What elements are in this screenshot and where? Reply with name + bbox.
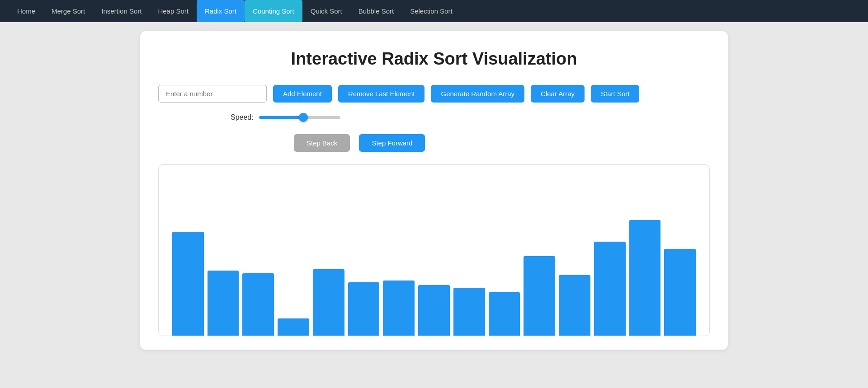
step-forward-button[interactable]: Step Forward bbox=[359, 134, 425, 152]
chart-bar bbox=[313, 269, 344, 336]
chart-bar bbox=[172, 232, 204, 336]
clear-array-button[interactable]: Clear Array bbox=[531, 85, 585, 103]
remove-last-button[interactable]: Remove Last Element bbox=[338, 85, 425, 103]
chart-area bbox=[158, 164, 710, 336]
nav-heap-sort[interactable]: Heap Sort bbox=[150, 0, 197, 22]
step-back-button[interactable]: Step Back bbox=[294, 134, 350, 152]
speed-row: Speed: bbox=[158, 113, 710, 122]
chart-bar bbox=[629, 220, 661, 336]
nav-radix-sort[interactable]: Radix Sort bbox=[197, 0, 245, 22]
add-element-button[interactable]: Add Element bbox=[273, 85, 332, 103]
nav-insertion-sort[interactable]: Insertion Sort bbox=[93, 0, 150, 22]
chart-bar bbox=[524, 256, 555, 336]
chart-bar bbox=[278, 318, 309, 336]
chart-bar bbox=[664, 249, 696, 336]
main-card: Interactive Radix Sort Visualization Add… bbox=[140, 31, 728, 350]
speed-slider[interactable] bbox=[259, 116, 340, 119]
chart-bar bbox=[208, 271, 239, 336]
step-row: Step Back Step Forward bbox=[158, 134, 710, 152]
chart-bar bbox=[418, 285, 450, 336]
start-sort-button[interactable]: Start Sort bbox=[591, 85, 639, 103]
page-title: Interactive Radix Sort Visualization bbox=[158, 49, 710, 69]
nav-home[interactable]: Home bbox=[9, 0, 43, 22]
chart-bar bbox=[489, 292, 520, 336]
nav-bubble-sort[interactable]: Bubble Sort bbox=[350, 0, 402, 22]
speed-label: Speed: bbox=[231, 113, 254, 122]
generate-random-button[interactable]: Generate Random Array bbox=[431, 85, 524, 103]
nav-merge-sort[interactable]: Merge Sort bbox=[43, 0, 93, 22]
chart-bar bbox=[242, 273, 274, 336]
chart-bar bbox=[383, 280, 415, 336]
nav-selection-sort[interactable]: Selection Sort bbox=[402, 0, 460, 22]
chart-bar bbox=[594, 242, 626, 336]
number-input[interactable] bbox=[158, 85, 267, 103]
navbar: Home Merge Sort Insertion Sort Heap Sort… bbox=[0, 0, 868, 22]
chart-bar bbox=[348, 282, 380, 336]
chart-bar bbox=[559, 275, 590, 336]
chart-bar bbox=[453, 288, 485, 336]
nav-quick-sort[interactable]: Quick Sort bbox=[302, 0, 350, 22]
nav-counting-sort[interactable]: Counting Sort bbox=[245, 0, 302, 22]
controls-row: Add Element Remove Last Element Generate… bbox=[158, 85, 710, 103]
